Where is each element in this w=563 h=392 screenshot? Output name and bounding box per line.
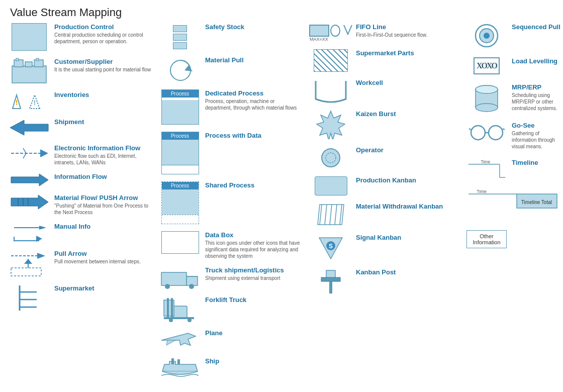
truck-label: Truck shipment/Logistics Shipment using …	[205, 266, 303, 281]
svg-marker-49	[317, 111, 345, 139]
electronic-info-icon	[9, 144, 49, 162]
svg-rect-40	[167, 298, 169, 318]
svg-text:Time: Time	[477, 190, 487, 194]
kanban-post-label: Kanban Post	[356, 268, 458, 277]
sequenced-pull-label: Sequenced Pull	[512, 23, 563, 32]
item-shipment: Shipment	[9, 118, 152, 137]
manual-info-label: Manual Info	[54, 223, 152, 231]
item-dedicated-process: Process Dedicated Process Process, opera…	[160, 89, 303, 125]
item-pull-arrow: Pull Arrow Pull movement between interna…	[9, 250, 152, 277]
svg-line-75	[503, 129, 505, 130]
safety-stock-label: Safety Stock	[205, 23, 303, 32]
svg-point-72	[489, 126, 503, 140]
svg-marker-22	[37, 253, 45, 259]
item-production-control: Production Control Central production sc…	[9, 23, 152, 51]
customer-supplier-label: Customer/Supplier It is the usual starti…	[54, 58, 152, 73]
svg-marker-31	[184, 65, 193, 71]
column-4: Sequenced Pull XOXO Load Levelling	[462, 23, 563, 387]
shipment-icon	[9, 118, 49, 137]
operator-label: Operator	[356, 146, 458, 155]
item-load-levelling: XOXO Load Levelling	[466, 57, 563, 74]
shipment-label: Shipment	[54, 118, 152, 127]
svg-point-71	[471, 126, 485, 140]
page-title: Value Stream Mapping	[0, 0, 563, 23]
item-mrp-erp: MRP/ERP Scheduling using MRP/ERP or othe…	[466, 83, 563, 113]
material-withdrawal-label: Material Withdrawal Kanban	[356, 203, 458, 211]
process-with-data-icon: Process	[160, 132, 200, 174]
item-operator: Operator	[311, 146, 458, 169]
svg-text:S: S	[328, 243, 332, 250]
workcell-icon	[311, 79, 351, 103]
sequenced-pull-icon	[466, 23, 507, 48]
push-arrow-icon	[9, 194, 49, 210]
inventories-icon: ! !	[9, 91, 49, 111]
go-see-label: Go-See Gathering of information through …	[512, 122, 563, 150]
svg-point-35	[165, 284, 170, 289]
svg-rect-0	[12, 66, 46, 83]
item-plane: Plane	[160, 329, 303, 350]
column-1: Production Control Central production sc…	[5, 23, 156, 387]
svg-marker-10	[10, 120, 48, 135]
supermarket-icon	[9, 284, 49, 312]
column-2: Safety Stock Material Pull Process	[156, 23, 307, 387]
item-timeline-total: Time Timeline Total	[466, 190, 563, 221]
item-material-withdrawal: Material Withdrawal Kanban	[311, 203, 458, 227]
item-process-with-data: Process Process with Data	[160, 132, 303, 174]
process-with-data-label: Process with Data	[205, 132, 303, 140]
item-signal-kanban: S Signal Kanban	[311, 234, 458, 261]
customer-supplier-icon	[9, 58, 49, 84]
shared-process-label: Shared Process	[205, 181, 303, 190]
svg-text:!: !	[34, 100, 36, 107]
pull-arrow-label: Pull Arrow Pull movement between interna…	[54, 250, 152, 265]
item-supermarket: Supermarket	[9, 284, 152, 312]
svg-text:MAX=XX: MAX=XX	[310, 37, 328, 42]
other-information-icon: OtherInformation	[466, 230, 507, 248]
operator-icon	[311, 146, 351, 169]
shared-process-icon: Process	[160, 181, 200, 224]
item-truck: Truck shipment/Logistics Shipment using …	[160, 266, 303, 289]
plane-icon	[160, 329, 200, 350]
supermarket-parts-label: Supermarket Parts	[356, 49, 458, 58]
item-data-box: Data Box This icon goes under other icon…	[160, 231, 303, 259]
svg-text:Time: Time	[481, 159, 490, 164]
data-box-label: Data Box This icon goes under other icon…	[205, 231, 303, 259]
svg-marker-19	[39, 226, 46, 230]
item-customer-supplier: Customer/Supplier It is the usual starti…	[9, 58, 152, 84]
safety-stock-icon	[160, 23, 200, 49]
item-material-pull: Material Pull	[160, 56, 303, 82]
workcell-label: Workcell	[356, 79, 458, 87]
item-sequenced-pull: Sequenced Pull	[466, 23, 563, 48]
svg-line-74	[469, 129, 471, 130]
svg-rect-62	[321, 277, 340, 281]
svg-point-43	[187, 318, 192, 322]
svg-marker-14	[11, 195, 48, 209]
item-information-flow: Information Flow	[9, 173, 152, 187]
electronic-info-label: Electronic Information Flow Electronic f…	[54, 144, 152, 166]
svg-point-50	[322, 149, 340, 167]
svg-text:Timeline Total: Timeline Total	[521, 200, 552, 205]
mrp-erp-icon	[466, 83, 507, 113]
kaizen-burst-icon	[311, 110, 351, 139]
inventories-label: Inventories	[54, 91, 152, 100]
material-pull-label: Material Pull	[205, 56, 303, 65]
svg-marker-12	[40, 149, 48, 157]
manual-info-icon	[9, 223, 49, 243]
production-control-label: Production Control Central production sc…	[54, 23, 152, 45]
svg-rect-37	[173, 306, 187, 319]
svg-point-42	[169, 318, 173, 322]
item-workcell: Workcell	[311, 79, 458, 103]
svg-rect-5	[36, 58, 39, 61]
svg-rect-45	[177, 359, 180, 364]
signal-kanban-label: Signal Kanban	[356, 234, 458, 242]
item-other-information: OtherInformation	[466, 230, 563, 248]
svg-line-56	[335, 205, 337, 225]
dedicated-process-icon: Process	[160, 89, 200, 125]
item-manual-info: Manual Info	[9, 223, 152, 243]
svg-rect-44	[171, 358, 174, 364]
item-kaizen-burst: Kaizen Burst	[311, 110, 458, 139]
item-go-see: Go-See Gathering of information through …	[466, 122, 563, 150]
svg-point-47	[331, 25, 340, 36]
material-pull-icon	[160, 56, 200, 82]
fifo-line-label: FIFO Line First-In-First-Out sequence fl…	[356, 23, 458, 38]
mrp-erp-label: MRP/ERP Scheduling using MRP/ERP or othe…	[512, 83, 563, 112]
